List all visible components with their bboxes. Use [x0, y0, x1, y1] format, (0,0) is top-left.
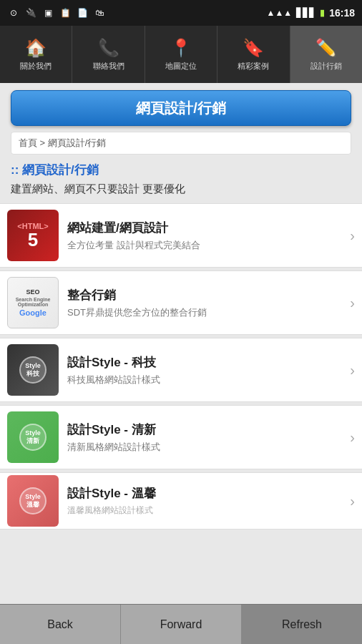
nav-about[interactable]: 🏠 關於我們	[0, 26, 72, 83]
refresh-label: Refresh	[282, 618, 322, 631]
back-label: Back	[47, 618, 73, 631]
arrow-icon-style-warm: ›	[350, 493, 355, 509]
style-tech-circle: Style科技	[19, 356, 47, 384]
back-button[interactable]: Back	[0, 605, 121, 644]
nav-cases-label: 精彩案例	[238, 61, 269, 72]
header-button[interactable]: 網頁設計/行銷	[11, 90, 351, 126]
list-item-style-warm[interactable]: Style溫馨 設計Style - 溫馨 溫馨風格網站設計樣式 ›	[0, 472, 362, 530]
list-item-style-warm-title: 設計Style - 溫馨	[67, 485, 344, 502]
nav-cases[interactable]: 🔖 精彩案例	[217, 26, 290, 83]
status-right: ▲▲▲ ▋▋▋ ▮ 16:18	[267, 7, 355, 19]
file-icon: 📄	[76, 6, 89, 19]
pencil-icon: ✏️	[315, 38, 337, 58]
forward-button[interactable]: Forward	[121, 605, 242, 644]
settings-icon: ⊙	[7, 6, 20, 19]
chip-icon: ▣	[41, 6, 54, 19]
header-button-label: 網頁設計/行銷	[136, 99, 226, 118]
thumb-html5: <HTML> 5	[7, 210, 59, 261]
list-item-webdesign-title: 網站建置/網頁設計	[67, 220, 344, 236]
style-warm-circle: Style溫馨	[19, 487, 47, 514]
list-item-style-warm-text: 設計Style - 溫馨 溫馨風格網站設計樣式	[67, 485, 344, 517]
nav-contact-label: 聯絡我們	[93, 61, 124, 72]
google-text: Google	[19, 308, 47, 317]
list-item-style-tech-title: 設計Style - 科技	[67, 354, 344, 371]
thumb-style-fresh: Style清新	[7, 411, 59, 463]
thumb-seo: SEO Search EngineOptimization Google	[7, 277, 59, 328]
breadcrumb-text: 首頁 > 網頁設計/行銷	[19, 137, 106, 148]
scrollable-content: 網頁設計/行銷 首頁 > 網頁設計/行銷 網頁設計/行銷 建置網站、網頁不只要設…	[0, 83, 362, 604]
arrow-icon-seo: ›	[350, 295, 355, 311]
section-title: 網頁設計/行銷	[11, 162, 351, 178]
bottom-nav: Back Forward Refresh	[0, 604, 362, 644]
list-item-webdesign[interactable]: <HTML> 5 網站建置/網頁設計 全方位考量 設計與程式完美結合 ›	[0, 203, 362, 268]
breadcrumb: 首頁 > 網頁設計/行銷	[11, 132, 351, 155]
nav-contact[interactable]: 📞 聯絡我們	[72, 26, 145, 83]
usb-icon: 🔌	[24, 6, 37, 19]
inner-content: 網頁設計/行銷 首頁 > 網頁設計/行銷 網頁設計/行銷 建置網站、網頁不只要設…	[0, 90, 362, 535]
list-item-style-fresh-desc: 清新風格網站設計樣式	[67, 441, 344, 454]
nav-map[interactable]: 📍 地圖定位	[145, 26, 217, 83]
list-item-seo-title: 整合行銷	[67, 287, 344, 303]
list-item-style-tech-text: 設計Style - 科技 科技風格網站設計樣式	[67, 354, 344, 386]
list-item-webdesign-text: 網站建置/網頁設計 全方位考量 設計與程式完美結合	[67, 220, 344, 252]
style-fresh-circle: Style清新	[19, 424, 47, 451]
map-icon: 📍	[170, 38, 192, 58]
thumb-style-warm: Style溫馨	[7, 475, 59, 527]
list-item-webdesign-desc: 全方位考量 設計與程式完美結合	[67, 239, 344, 252]
subtitle-text: 建置網站、網頁不只要設計 更要優化	[11, 182, 351, 196]
list-item-style-tech-desc: 科技風格網站設計樣式	[67, 374, 344, 386]
thumb-style-tech: Style科技	[7, 344, 59, 396]
list-item-seo[interactable]: SEO Search EngineOptimization Google 整合行…	[0, 270, 362, 335]
home-icon: 🏠	[25, 38, 47, 58]
time-display: 16:18	[329, 7, 355, 19]
status-bar: ⊙ 🔌 ▣ 📋 📄 🛍 ▲▲▲ ▋▋▋ ▮ 16:18	[0, 0, 362, 26]
bag-icon: 🛍	[93, 6, 106, 19]
forward-label: Forward	[160, 618, 202, 631]
nav-about-label: 關於我們	[20, 61, 52, 72]
signal-icon: ▋▋▋	[296, 8, 315, 18]
html-num: 5	[28, 230, 38, 249]
seo-label: SEO	[26, 288, 39, 296]
arrow-icon-style-tech: ›	[350, 362, 355, 379]
list-item-style-fresh-text: 設計Style - 清新 清新風格網站設計樣式	[67, 421, 344, 454]
list-item-style-fresh-title: 設計Style - 清新	[67, 421, 344, 438]
bookmark-icon: 🔖	[243, 38, 264, 58]
nav-bar: 🏠 關於我們 📞 聯絡我們 📍 地圖定位 🔖 精彩案例 ✏️ 設計行銷	[0, 26, 362, 83]
list-item-seo-text: 整合行銷 SDT昇鼎提供您全方位的整合行銷	[67, 287, 344, 319]
seo-sublabel: Search EngineOptimization	[16, 297, 51, 307]
nav-map-label: 地圖定位	[165, 61, 197, 72]
screenshot-icon: 📋	[59, 6, 72, 19]
phone-icon: 📞	[98, 38, 119, 58]
list-item-style-warm-desc: 溫馨風格網站設計樣式	[67, 504, 344, 517]
battery-icon: ▮	[320, 8, 325, 18]
arrow-icon-webdesign: ›	[350, 228, 355, 244]
refresh-button[interactable]: Refresh	[242, 605, 362, 644]
wifi-icon: ▲▲▲	[267, 8, 293, 18]
nav-design-label: 設計行銷	[310, 61, 342, 72]
list-item-seo-desc: SDT昇鼎提供您全方位的整合行銷	[67, 306, 344, 319]
list-item-style-tech[interactable]: Style科技 設計Style - 科技 科技風格網站設計樣式 ›	[0, 338, 362, 402]
nav-design[interactable]: ✏️ 設計行銷	[290, 26, 362, 83]
list-item-style-fresh[interactable]: Style清新 設計Style - 清新 清新風格網站設計樣式 ›	[0, 405, 362, 469]
arrow-icon-style-fresh: ›	[350, 429, 355, 446]
status-icons-left: ⊙ 🔌 ▣ 📋 📄 🛍	[7, 6, 106, 19]
